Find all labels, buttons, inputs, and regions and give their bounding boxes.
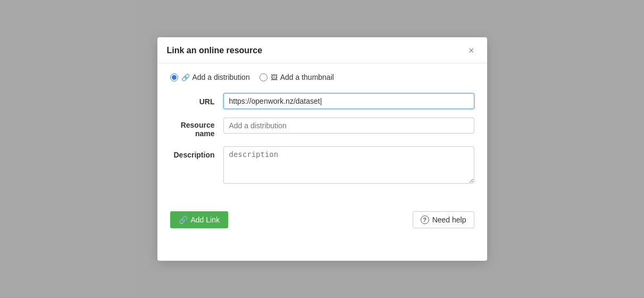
- modal-title: Link an online resource: [167, 46, 263, 55]
- modal-dialog: Link an online resource × 🔗 Add a distri…: [157, 37, 487, 261]
- resource-name-label: Resource name: [170, 118, 223, 138]
- resource-name-label-text: Resource name: [181, 121, 215, 138]
- url-input[interactable]: [223, 93, 474, 109]
- close-button[interactable]: ×: [465, 45, 478, 56]
- add-link-chain-icon: 🔗: [179, 216, 188, 224]
- url-label: URL: [170, 93, 223, 106]
- modal-overlay: Link an online resource × 🔗 Add a distri…: [0, 0, 644, 298]
- chain-icon: 🔗: [181, 73, 190, 81]
- modal-footer: 🔗 Add Link ? Need help: [157, 205, 487, 241]
- description-row: Description: [170, 146, 474, 184]
- description-input[interactable]: [223, 146, 474, 184]
- url-row: URL: [170, 93, 474, 109]
- radio-thumbnail-option[interactable]: 🖼 Add a thumbnail: [260, 73, 334, 81]
- modal-header: Link an online resource ×: [157, 37, 487, 63]
- description-label: Description: [170, 146, 223, 159]
- radio-group: 🔗 Add a distribution 🖼 Add a thumbnail: [170, 73, 474, 81]
- thumbnail-label-text: Add a thumbnail: [280, 73, 334, 81]
- radio-distribution-option[interactable]: 🔗 Add a distribution: [170, 73, 250, 81]
- distribution-label-text: Add a distribution: [193, 73, 250, 81]
- radio-thumbnail-input[interactable]: [260, 73, 267, 81]
- image-icon: 🖼: [271, 73, 278, 81]
- add-link-label: Add Link: [191, 216, 220, 224]
- resource-name-input[interactable]: [223, 118, 474, 134]
- radio-thumbnail-label: 🖼 Add a thumbnail: [271, 73, 334, 81]
- add-link-button[interactable]: 🔗 Add Link: [170, 211, 228, 228]
- help-circle-icon: ?: [421, 216, 429, 224]
- need-help-button[interactable]: ? Need help: [413, 211, 474, 228]
- resource-name-row: Resource name: [170, 118, 474, 138]
- need-help-label: Need help: [432, 216, 466, 224]
- modal-body: 🔗 Add a distribution 🖼 Add a thumbnail U…: [157, 63, 487, 205]
- radio-distribution-label: 🔗 Add a distribution: [181, 73, 250, 81]
- radio-distribution-input[interactable]: [170, 73, 178, 81]
